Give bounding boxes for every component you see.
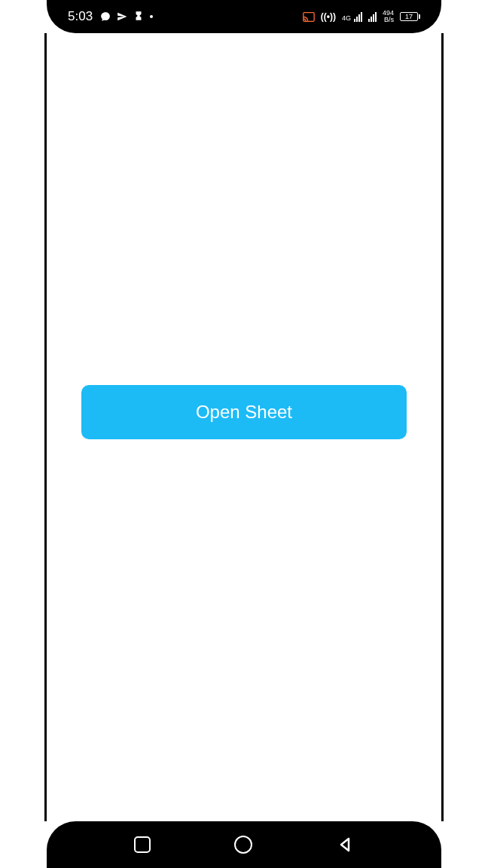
telegram-icon: [117, 11, 127, 22]
network-type: 4G: [342, 15, 351, 22]
signal-bars-2-icon: [368, 12, 377, 22]
recent-apps-button[interactable]: [134, 836, 151, 853]
status-left: 5:03: [68, 9, 153, 24]
notification-dot-icon: [150, 15, 153, 18]
signal-4g: 4G: [342, 12, 362, 22]
status-time: 5:03: [68, 9, 93, 24]
home-button[interactable]: [234, 836, 252, 854]
battery-icon: 17: [400, 12, 420, 21]
phone-frame: 5:03 ((•)) 4G: [0, 0, 488, 868]
chat-icon: [100, 11, 111, 22]
navigation-bar: [47, 821, 441, 868]
battery-level: 17: [405, 13, 413, 20]
status-right: ((•)) 4G 494 B/s: [303, 10, 420, 23]
open-sheet-button[interactable]: Open Sheet: [81, 385, 407, 439]
signal-bars-icon: [354, 12, 362, 22]
data-rate-unit: B/s: [383, 17, 394, 23]
status-icons-left: [100, 11, 153, 23]
cast-icon: [303, 12, 315, 22]
status-bar: 5:03 ((•)) 4G: [47, 0, 441, 33]
hourglass-icon: [133, 11, 144, 23]
app-content: Open Sheet: [47, 33, 441, 821]
data-rate: 494 B/s: [383, 10, 394, 23]
back-button[interactable]: [336, 836, 354, 854]
hotspot-icon: ((•)): [321, 11, 336, 22]
